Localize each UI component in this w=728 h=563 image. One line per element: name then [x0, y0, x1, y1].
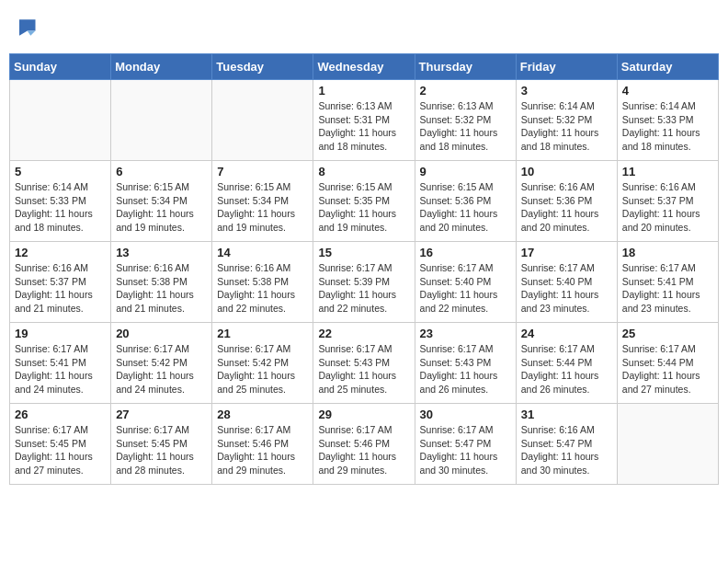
day-number: 2: [420, 84, 511, 98]
day-number: 8: [318, 165, 409, 178]
day-number: 11: [622, 165, 713, 178]
cell-text: Daylight: 11 hours and 24 minutes.: [15, 369, 106, 396]
cell-text: Sunrise: 6:17 AM: [420, 261, 511, 275]
weekday-header-sunday: Sunday: [10, 54, 111, 80]
calendar-cell: 9Sunrise: 6:15 AMSunset: 5:36 PMDaylight…: [415, 161, 516, 242]
svg-marker-1: [28, 31, 36, 36]
calendar-cell: 25Sunrise: 6:17 AMSunset: 5:44 PMDayligh…: [617, 323, 718, 404]
weekday-header-thursday: Thursday: [415, 54, 516, 80]
cell-text: Sunrise: 6:15 AM: [420, 180, 511, 194]
cell-text: Sunset: 5:42 PM: [116, 356, 207, 370]
cell-text: Sunset: 5:38 PM: [217, 275, 308, 289]
cell-text: Sunrise: 6:16 AM: [15, 261, 106, 275]
cell-text: Daylight: 11 hours and 24 minutes.: [116, 369, 207, 396]
cell-text: Sunset: 5:32 PM: [521, 113, 612, 127]
cell-text: Sunset: 5:37 PM: [15, 275, 106, 289]
day-number: 24: [521, 327, 612, 340]
cell-text: Daylight: 11 hours and 21 minutes.: [116, 288, 207, 315]
calendar-cell: 16Sunrise: 6:17 AMSunset: 5:40 PMDayligh…: [415, 242, 516, 323]
day-number: 29: [318, 408, 409, 421]
cell-text: Daylight: 11 hours and 23 minutes.: [622, 288, 713, 315]
cell-text: Daylight: 11 hours and 27 minutes.: [15, 450, 106, 477]
cell-text: Sunrise: 6:13 AM: [420, 99, 511, 113]
day-number: 23: [420, 327, 511, 340]
cell-text: Sunset: 5:37 PM: [622, 194, 713, 208]
cell-text: Daylight: 11 hours and 20 minutes.: [420, 207, 511, 234]
cell-text: Sunset: 5:43 PM: [420, 356, 511, 370]
day-number: 16: [420, 246, 511, 259]
cell-text: Daylight: 11 hours and 22 minutes.: [420, 288, 511, 315]
cell-text: Sunset: 5:44 PM: [622, 356, 713, 370]
cell-text: Sunset: 5:43 PM: [318, 356, 409, 370]
calendar-cell: 1Sunrise: 6:13 AMSunset: 5:31 PMDaylight…: [313, 80, 415, 161]
cell-text: Daylight: 11 hours and 29 minutes.: [217, 450, 308, 477]
cell-text: Sunrise: 6:16 AM: [521, 180, 612, 194]
week-row-4: 19Sunrise: 6:17 AMSunset: 5:41 PMDayligh…: [10, 323, 719, 404]
cell-text: Daylight: 11 hours and 28 minutes.: [116, 450, 207, 477]
cell-text: Daylight: 11 hours and 19 minutes.: [217, 207, 308, 234]
cell-text: Sunrise: 6:16 AM: [116, 261, 207, 275]
cell-text: Daylight: 11 hours and 18 minutes.: [420, 126, 511, 153]
calendar-cell: 17Sunrise: 6:17 AMSunset: 5:40 PMDayligh…: [516, 242, 617, 323]
day-number: 18: [622, 246, 713, 259]
calendar-table: SundayMondayTuesdayWednesdayThursdayFrid…: [9, 53, 719, 485]
cell-text: Daylight: 11 hours and 20 minutes.: [622, 207, 713, 234]
cell-text: Sunrise: 6:17 AM: [116, 423, 207, 437]
weekday-header-friday: Friday: [516, 54, 617, 80]
day-number: 3: [521, 84, 612, 98]
day-number: 25: [622, 327, 713, 340]
cell-text: Daylight: 11 hours and 29 minutes.: [318, 450, 409, 477]
day-number: 26: [15, 408, 106, 421]
cell-text: Sunset: 5:47 PM: [521, 437, 612, 451]
cell-text: Sunset: 5:40 PM: [420, 275, 511, 289]
cell-text: Sunrise: 6:17 AM: [217, 423, 308, 437]
cell-text: Daylight: 11 hours and 23 minutes.: [521, 288, 612, 315]
cell-text: Sunset: 5:32 PM: [420, 113, 511, 127]
calendar-cell: 5Sunrise: 6:14 AMSunset: 5:33 PMDaylight…: [10, 161, 111, 242]
day-number: 7: [217, 165, 308, 178]
weekday-header-monday: Monday: [111, 54, 212, 80]
day-number: 21: [217, 327, 308, 340]
cell-text: Sunrise: 6:17 AM: [622, 261, 713, 275]
calendar-cell: 10Sunrise: 6:16 AMSunset: 5:36 PMDayligh…: [516, 161, 617, 242]
day-number: 30: [420, 408, 511, 421]
weekday-header-tuesday: Tuesday: [212, 54, 313, 80]
cell-text: Daylight: 11 hours and 18 minutes.: [318, 126, 409, 153]
calendar-cell: 15Sunrise: 6:17 AMSunset: 5:39 PMDayligh…: [313, 242, 415, 323]
cell-text: Sunrise: 6:14 AM: [622, 99, 713, 113]
cell-text: Daylight: 11 hours and 25 minutes.: [217, 369, 308, 396]
cell-text: Sunset: 5:39 PM: [318, 275, 409, 289]
logo: [13, 15, 40, 40]
cell-text: Sunset: 5:40 PM: [521, 275, 612, 289]
cell-text: Sunset: 5:33 PM: [15, 194, 106, 208]
day-number: 10: [521, 165, 612, 178]
cell-text: Sunrise: 6:15 AM: [116, 180, 207, 194]
cell-text: Sunrise: 6:17 AM: [420, 423, 511, 437]
cell-text: Daylight: 11 hours and 26 minutes.: [420, 369, 511, 396]
cell-text: Daylight: 11 hours and 30 minutes.: [420, 450, 511, 477]
calendar-cell: 27Sunrise: 6:17 AMSunset: 5:45 PMDayligh…: [111, 404, 212, 485]
cell-text: Sunset: 5:35 PM: [318, 194, 409, 208]
week-row-1: 1Sunrise: 6:13 AMSunset: 5:31 PMDaylight…: [10, 80, 719, 161]
week-row-5: 26Sunrise: 6:17 AMSunset: 5:45 PMDayligh…: [10, 404, 719, 485]
cell-text: Sunrise: 6:17 AM: [622, 342, 713, 356]
cell-text: Daylight: 11 hours and 19 minutes.: [116, 207, 207, 234]
calendar-cell: 2Sunrise: 6:13 AMSunset: 5:32 PMDaylight…: [415, 80, 516, 161]
calendar-cell: 20Sunrise: 6:17 AMSunset: 5:42 PMDayligh…: [111, 323, 212, 404]
cell-text: Sunset: 5:46 PM: [318, 437, 409, 451]
cell-text: Daylight: 11 hours and 19 minutes.: [318, 207, 409, 234]
calendar-cell: 19Sunrise: 6:17 AMSunset: 5:41 PMDayligh…: [10, 323, 111, 404]
calendar-cell: 21Sunrise: 6:17 AMSunset: 5:42 PMDayligh…: [212, 323, 313, 404]
cell-text: Sunrise: 6:17 AM: [521, 261, 612, 275]
cell-text: Sunset: 5:34 PM: [116, 194, 207, 208]
day-number: 13: [116, 246, 207, 259]
day-number: 19: [15, 327, 106, 340]
calendar-cell: 29Sunrise: 6:17 AMSunset: 5:46 PMDayligh…: [313, 404, 415, 485]
calendar-cell: [10, 80, 111, 161]
cell-text: Sunrise: 6:17 AM: [318, 342, 409, 356]
calendar-cell: 28Sunrise: 6:17 AMSunset: 5:46 PMDayligh…: [212, 404, 313, 485]
calendar-header: SundayMondayTuesdayWednesdayThursdayFrid…: [10, 54, 719, 80]
cell-text: Daylight: 11 hours and 18 minutes.: [622, 126, 713, 153]
calendar-cell: [617, 404, 718, 485]
cell-text: Sunrise: 6:17 AM: [420, 342, 511, 356]
